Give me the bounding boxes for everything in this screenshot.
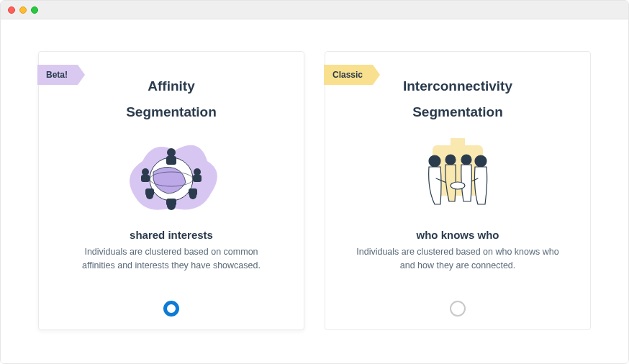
window-titlebar xyxy=(1,1,628,19)
card-subtitle: who knows who xyxy=(417,229,499,241)
svg-rect-9 xyxy=(193,175,202,182)
svg-rect-5 xyxy=(166,199,176,206)
title-line: Affinity xyxy=(148,78,194,94)
radio-button[interactable] xyxy=(163,301,179,317)
card-title: Affinity Segmentation xyxy=(126,73,217,125)
svg-rect-7 xyxy=(141,175,150,182)
close-icon[interactable] xyxy=(8,6,15,14)
svg-point-16 xyxy=(429,155,440,167)
card-affinity-segmentation[interactable]: Beta! Affinity Segmentation xyxy=(38,51,304,330)
app-window: Beta! Affinity Segmentation xyxy=(0,0,629,364)
card-title: Interconnectivity Segmentation xyxy=(403,73,512,125)
svg-point-2 xyxy=(167,148,176,157)
card-interconnectivity-segmentation[interactable]: Classic Interconnectivity Segmentation xyxy=(325,51,591,330)
radio-wrap xyxy=(450,291,466,317)
card-grid: Beta! Affinity Segmentation xyxy=(1,19,628,363)
svg-rect-15 xyxy=(451,138,465,151)
status-badge: Classic xyxy=(324,65,373,85)
svg-point-8 xyxy=(194,168,201,176)
title-line: Segmentation xyxy=(412,104,503,119)
card-subtitle: shared interests xyxy=(130,229,213,241)
title-line: Segmentation xyxy=(126,104,217,119)
title-line: Interconnectivity xyxy=(403,78,512,94)
minimize-icon[interactable] xyxy=(19,6,27,14)
card-description: Individuals are clustered based on commo… xyxy=(67,245,276,273)
svg-rect-3 xyxy=(166,156,176,165)
badge-label: Classic xyxy=(332,70,363,80)
status-badge: Beta! xyxy=(37,65,78,85)
svg-point-17 xyxy=(475,155,487,167)
illustration-globe-people-icon xyxy=(114,132,229,219)
maximize-icon[interactable] xyxy=(31,6,38,14)
svg-rect-11 xyxy=(145,188,154,196)
svg-point-20 xyxy=(451,182,465,189)
svg-point-6 xyxy=(142,168,149,176)
card-description: Individuals are clustered based on who k… xyxy=(353,245,562,273)
radio-wrap xyxy=(163,291,179,317)
radio-button[interactable] xyxy=(450,301,466,317)
svg-rect-13 xyxy=(189,188,197,196)
illustration-people-group-icon xyxy=(400,132,515,219)
badge-label: Beta! xyxy=(46,70,68,80)
svg-point-19 xyxy=(461,155,471,165)
svg-point-18 xyxy=(445,155,456,165)
